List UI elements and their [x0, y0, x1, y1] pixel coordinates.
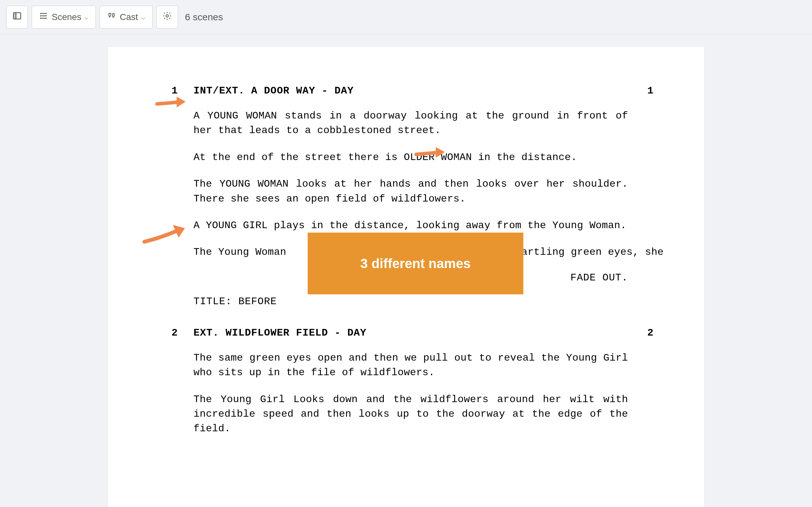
- scene-number-right: 2: [628, 327, 653, 339]
- scenes-dropdown[interactable]: Scenes ⌵: [32, 6, 96, 29]
- scene-heading-row: 1 INT/EXT. A DOOR WAY - DAY 1: [159, 85, 653, 97]
- scene-heading[interactable]: INT/EXT. A DOOR WAY - DAY: [194, 85, 628, 97]
- scene-block: 1 INT/EXT. A DOOR WAY - DAY 1 A YOUNG WO…: [159, 85, 653, 307]
- scene-number-right: 1: [628, 85, 653, 97]
- svg-point-9: [166, 14, 168, 17]
- cast-label: Cast: [119, 12, 138, 22]
- scene-number-left: 2: [159, 327, 194, 339]
- chevron-down-icon: ⌵: [141, 13, 145, 21]
- chevron-down-icon: ⌵: [84, 13, 89, 21]
- panel-toggle-button[interactable]: [6, 6, 28, 29]
- panel-icon: [12, 11, 22, 23]
- settings-button[interactable]: [156, 6, 178, 29]
- script-page: 1 INT/EXT. A DOOR WAY - DAY 1 A YOUNG WO…: [108, 47, 704, 507]
- svg-rect-2: [14, 13, 16, 19]
- transition-text[interactable]: FADE OUT.: [194, 272, 628, 284]
- action-text[interactable]: A YOUNG GIRL plays in the distance, look…: [194, 218, 628, 233]
- list-icon: [39, 11, 49, 23]
- action-text[interactable]: The same green eyes open and then we pul…: [194, 351, 628, 380]
- scene-block: 2 EXT. WILDFLOWER FIELD - DAY 2 The same…: [159, 327, 653, 436]
- toolbar: Scenes ⌵ Cast ⌵ 6 scenes: [0, 0, 812, 34]
- scene-heading-row: 2 EXT. WILDFLOWER FIELD - DAY 2: [159, 327, 653, 339]
- action-text[interactable]: The Young Woman on startling green eyes,…: [194, 245, 628, 260]
- title-text[interactable]: TITLE: BEFORE: [194, 296, 628, 307]
- action-text[interactable]: The YOUNG WOMAN looks at her hands and t…: [194, 177, 628, 206]
- gear-icon: [162, 11, 172, 23]
- svg-point-6: [40, 13, 41, 14]
- action-text[interactable]: At the end of the street there is OLDER …: [194, 150, 628, 165]
- scenes-label: Scenes: [52, 12, 81, 22]
- cast-dropdown[interactable]: Cast ⌵: [100, 6, 153, 29]
- svg-point-8: [40, 18, 41, 18]
- svg-point-7: [40, 15, 41, 16]
- scene-count: 6 scenes: [185, 12, 223, 22]
- action-text[interactable]: The Young Girl Looks down and the wildfl…: [194, 392, 628, 436]
- scene-number-left: 1: [159, 85, 194, 97]
- action-text[interactable]: A YOUNG WOMAN stands in a doorway lookin…: [194, 109, 628, 138]
- masks-icon: [107, 11, 116, 23]
- content-area: 1 INT/EXT. A DOOR WAY - DAY 1 A YOUNG WO…: [0, 34, 812, 507]
- scene-heading[interactable]: EXT. WILDFLOWER FIELD - DAY: [194, 327, 628, 339]
